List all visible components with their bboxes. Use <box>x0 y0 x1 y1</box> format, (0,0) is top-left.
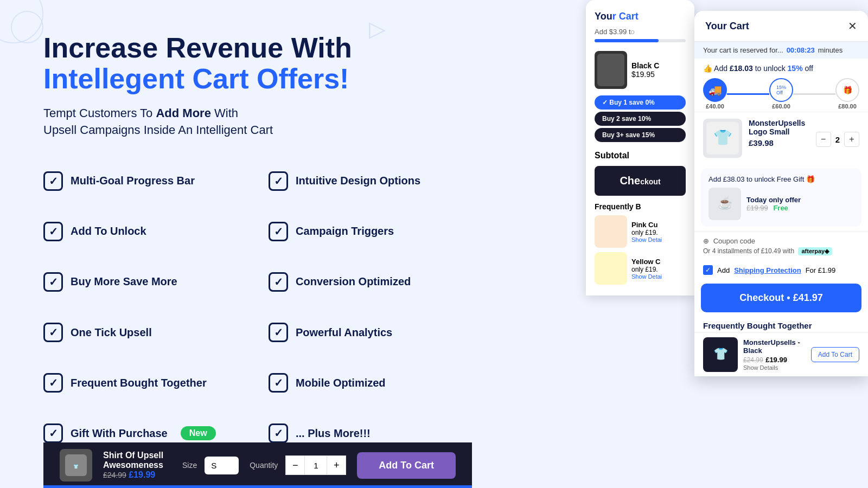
coupon-icon: ⊕ <box>703 237 709 245</box>
sticky-add-to-cart-bar: 👕 Shirt Of Upsell Awesomeness £24.99 £19… <box>43 442 472 488</box>
step-discount-amount: £60.00 <box>772 103 790 110</box>
feature-mobile: ✓ Mobile Optimized <box>269 363 472 403</box>
freq-old-price: £24.99 <box>743 356 763 364</box>
cart-behind-title: Your Cart <box>595 11 686 22</box>
feature-label-8: Campaign Triggers <box>296 225 394 237</box>
cart-behind-product-name: Black C <box>631 61 659 70</box>
sticky-quantity-group: Quantity − 1 + <box>250 455 346 475</box>
timer-text: Your cart is reserved for... <box>703 46 783 54</box>
cart-behind-subtotal: Subtotal <box>595 151 686 160</box>
check-icon-6: ✓ <box>43 423 63 443</box>
freq-show-details[interactable]: Show Details <box>743 364 806 371</box>
cart-title: Your Cart <box>705 21 749 32</box>
freq-item-1-details[interactable]: Show Detai <box>631 236 662 243</box>
free-item-image: ☕ <box>709 188 741 220</box>
sticky-add-to-cart-button[interactable]: Add To Cart <box>357 452 456 479</box>
coupon-label: Coupon code <box>713 237 755 245</box>
freq-product-prices: £24.99 £19.99 <box>743 355 806 364</box>
cart-behind-tiers: ✓ Buy 1 save 0% Buy 2 save 10% Buy 3+ sa… <box>595 95 686 142</box>
sticky-old-price: £24.99 <box>103 471 126 479</box>
cart-qty-plus[interactable]: + <box>844 132 859 147</box>
shipping-protect-checkbox[interactable]: ✓ <box>703 265 713 275</box>
check-icon-1: ✓ <box>43 171 63 191</box>
freq-bought-together-title: Frequently Bought Together <box>694 317 868 332</box>
coupon-link[interactable]: ⊕ Coupon code <box>703 237 859 245</box>
freq-product-row: 👕 MonsterUpsells - Black £24.99 £19.99 S… <box>694 332 868 376</box>
free-item-price: £19.99 Free <box>746 204 854 212</box>
feature-label-5: Frequent Bought Together <box>71 377 207 389</box>
sticky-qty-minus[interactable]: − <box>285 455 305 475</box>
sticky-size-label: Size <box>182 461 197 470</box>
cart-behind-product-info: Black C $19.95 <box>631 61 659 79</box>
checkout-button[interactable]: Checkout • £41.97 <box>701 284 861 312</box>
freq-item-1-price: only £19. <box>631 229 662 236</box>
feature-label-3: Buy More Save More <box>71 275 177 288</box>
sticky-product-image: 👕 <box>60 449 92 481</box>
tier-1: ✓ Buy 1 save 0% <box>595 95 686 110</box>
subheadline-normal: Tempt Customers To <box>43 106 156 120</box>
freq-product-info: MonsterUpsells - Black £24.99 £19.99 Sho… <box>743 338 806 371</box>
cart-timer-bar: Your cart is reserved for... 00:08:23 mi… <box>694 42 868 59</box>
check-icon-3: ✓ <box>43 272 63 292</box>
sticky-bonus-text: Bonus: Sticky Add To Cart <box>43 485 472 488</box>
feature-label-4: One Tick Upsell <box>71 326 152 339</box>
sticky-qty-plus[interactable]: + <box>327 455 346 475</box>
step-gift-icon: 🎁 <box>835 78 859 102</box>
check-icon-11: ✓ <box>269 373 288 393</box>
free-item-old-price: £19.99 <box>746 204 768 212</box>
check-icon-10: ✓ <box>269 323 288 342</box>
freq-item-1-name: Pink Cu <box>631 221 662 229</box>
freq-item-2-details[interactable]: Show Detai <box>631 273 662 280</box>
feature-label-7: Intuitive Design Options <box>296 175 420 187</box>
unlock-gift-offer: Add £38.03 to unlock Free Gift 🎁 ☕ Today… <box>701 169 861 227</box>
headline-blue: Intellegent Cart Offers! <box>43 63 472 94</box>
subheadline: Tempt Customers To Add More WithUpsell C… <box>43 105 472 139</box>
cart-close-button[interactable]: ✕ <box>848 20 857 33</box>
unlock-amount: £18.03 <box>730 64 753 73</box>
unlock-pre: 👍 Add <box>703 64 730 73</box>
freq-item-2-info: Yellow C only £19. Show Detai <box>631 258 662 280</box>
headline-black: Increase Revenue With <box>43 33 472 63</box>
check-icon-4: ✓ <box>43 323 63 342</box>
cart-product-image: 👕 <box>703 119 742 158</box>
cart-behind-checkout[interactable]: Checkout <box>595 166 686 196</box>
freq-add-to-cart-button[interactable]: Add To Cart <box>811 347 859 362</box>
features-grid: ✓ Multi-Goal Progress Bar ✓ Intuitive De… <box>43 160 472 454</box>
sticky-qty-value: 1 <box>305 455 327 475</box>
shipping-protection-link[interactable]: Shipping Protection <box>734 266 801 274</box>
sticky-quantity-label: Quantity <box>250 461 278 470</box>
timer-value: 00:08:23 <box>787 46 815 54</box>
sticky-size-group: Size XS S M L XL <box>182 457 239 474</box>
feature-campaign: ✓ Campaign Triggers <box>269 211 472 252</box>
feature-label-9: Conversion Optimized <box>296 275 411 288</box>
step-shipping-icon: 🚚 <box>703 78 727 102</box>
unlock-gift-text: Add £38.03 to unlock Free Gift 🎁 <box>709 175 854 183</box>
step-gift-amount: £80.00 <box>838 103 857 110</box>
feature-one-tick: ✓ One Tick Upsell <box>43 312 247 352</box>
cart-qty-minus[interactable]: − <box>816 132 831 147</box>
shipping-protect-text: Add <box>717 266 730 274</box>
step-connector-2 <box>793 93 835 95</box>
shipping-protection-row: ✓ Add Shipping Protection For £1.99 <box>694 261 868 279</box>
check-icon-5: ✓ <box>43 373 63 393</box>
cart-behind-freq-item-2: Yellow C only £19. Show Detai <box>595 252 686 285</box>
afterpay-row: Or 4 installments of £10.49 with afterpa… <box>703 247 859 255</box>
cart-header: Your Cart ✕ <box>694 11 868 42</box>
step-shipping: 🚚 £40.00 <box>703 78 727 110</box>
freq-new-price: £19.99 <box>765 356 787 364</box>
afterpay-text: Or 4 installments of £10.49 with <box>703 247 794 255</box>
free-item-name: Today only offer <box>746 196 854 204</box>
unlock-suffix: off <box>805 64 813 73</box>
step-discount: 15%Off £60.00 <box>769 78 793 110</box>
unlock-pct: 15% <box>788 64 803 73</box>
sticky-product-info: Shirt Of Upsell Awesomeness £24.99 £19.9… <box>103 451 171 480</box>
tier-3: Buy 3+ save 15% <box>595 128 686 142</box>
freq-product-image: 👕 <box>703 337 738 372</box>
svg-text:👕: 👕 <box>73 464 79 469</box>
sticky-size-select[interactable]: XS S M L XL <box>205 457 239 474</box>
check-icon-7: ✓ <box>269 171 288 191</box>
svg-text:👕: 👕 <box>713 346 729 361</box>
afterpay-badge: afterpay◈ <box>798 247 832 255</box>
cart-product-name: MonsterUpsells Logo Small <box>749 119 809 136</box>
feature-label-1: Multi-Goal Progress Bar <box>71 175 195 187</box>
